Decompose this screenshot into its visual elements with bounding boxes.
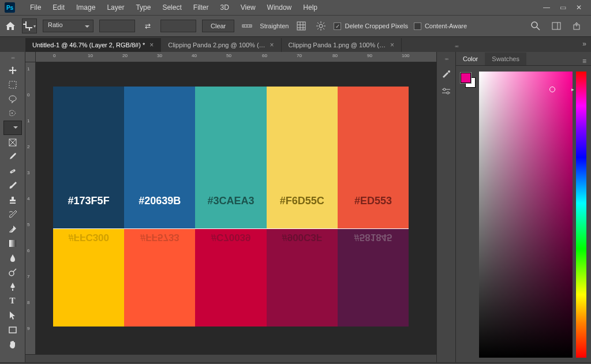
- workspace-icon[interactable]: [549, 19, 563, 33]
- content-aware-checkbox[interactable]: Content-Aware: [414, 22, 467, 30]
- menu-window[interactable]: Window: [263, 1, 297, 14]
- tab-close-icon[interactable]: ×: [390, 41, 394, 49]
- gradient-tool[interactable]: [5, 236, 21, 250]
- healing-tool[interactable]: [5, 164, 21, 178]
- crop-height-input[interactable]: [160, 20, 196, 32]
- hue-slider[interactable]: [576, 72, 586, 358]
- straighten-label: Straighten: [260, 22, 289, 29]
- eyedropper-tool[interactable]: [5, 149, 21, 164]
- quick-select-tool[interactable]: [5, 106, 21, 121]
- palette-swatch: #FFC300: [53, 229, 124, 327]
- move-tool[interactable]: [5, 63, 21, 77]
- svg-point-38: [447, 92, 449, 94]
- document-tab[interactable]: Clipping Panda 2.png @ 100% (…×: [161, 38, 281, 52]
- document-tab[interactable]: Clipping Panda 1.png @ 100% (…×: [282, 38, 402, 52]
- canvas-stage[interactable]: #173F5F#20639B#3CAEA3#F6D55C#ED553 #FFC3…: [36, 62, 436, 354]
- brush-tool[interactable]: [5, 178, 21, 193]
- svg-rect-4: [297, 22, 305, 30]
- svg-point-24: [12, 112, 13, 114]
- crop-options-button[interactable]: [314, 19, 328, 33]
- svg-rect-23: [9, 81, 16, 88]
- saturation-field[interactable]: [479, 72, 573, 358]
- palette-swatch: #ED553: [338, 87, 409, 228]
- overlay-grid-button[interactable]: [294, 19, 308, 33]
- adjustments-icon[interactable]: [440, 86, 452, 96]
- dodge-tool[interactable]: [5, 265, 21, 279]
- color-panel: Color Swatches ≡: [456, 52, 591, 362]
- menu-filter[interactable]: Filter: [189, 1, 214, 14]
- color-tab[interactable]: Color: [456, 52, 485, 65]
- svg-line-19: [537, 27, 540, 30]
- menu-layer[interactable]: Layer: [102, 1, 129, 14]
- brush-settings-icon[interactable]: [440, 69, 452, 79]
- palette-swatch: #F6D55C: [267, 87, 338, 228]
- crop-tool[interactable]: [3, 121, 22, 135]
- menu-select[interactable]: Select: [158, 1, 186, 14]
- hand-tool[interactable]: [5, 337, 21, 351]
- palette-swatch: #173F5F: [53, 87, 124, 228]
- menu-help[interactable]: Help: [298, 1, 322, 14]
- marquee-tool[interactable]: [5, 77, 21, 92]
- home-button[interactable]: [5, 20, 16, 32]
- menu-view[interactable]: View: [236, 1, 260, 14]
- menu-file[interactable]: File: [25, 1, 46, 14]
- main-menu: FileEditImageLayerTypeSelectFilter3DView…: [25, 1, 322, 14]
- document-tabs: Untitled-1 @ 46.7% (Layer 2, RGB/8#) *×C…: [0, 37, 591, 52]
- eraser-tool[interactable]: [5, 222, 21, 236]
- fg-bg-swatch[interactable]: [461, 73, 476, 88]
- type-tool[interactable]: T: [5, 294, 21, 308]
- crop-tool-indicator[interactable]: ▾: [22, 18, 37, 33]
- svg-point-18: [532, 22, 537, 28]
- vertical-ruler: 10123456789: [25, 62, 36, 354]
- swap-dimensions-button[interactable]: ⇄: [141, 19, 155, 33]
- menu-image[interactable]: Image: [72, 1, 100, 14]
- svg-line-16: [317, 28, 319, 29]
- collapsed-panels-strip: [436, 52, 456, 362]
- document-tab[interactable]: Untitled-1 @ 46.7% (Layer 2, RGB/8#) *×: [25, 38, 161, 52]
- menu-edit[interactable]: Edit: [48, 1, 69, 14]
- palette-swatch: #20639B: [124, 87, 195, 228]
- ratio-select[interactable]: Ratio: [43, 20, 93, 32]
- palette-swatch: #581845: [338, 229, 409, 327]
- frame-tool[interactable]: [5, 135, 21, 149]
- stamp-tool[interactable]: [5, 193, 21, 207]
- horizontal-scrollbar[interactable]: [25, 354, 436, 362]
- palette-swatch: #C70039: [195, 229, 266, 327]
- rectangle-tool[interactable]: [5, 322, 21, 337]
- history-brush-tool[interactable]: [5, 207, 21, 222]
- svg-line-15: [323, 28, 324, 29]
- svg-line-17: [323, 22, 324, 24]
- svg-line-32: [13, 269, 16, 272]
- maximize-button[interactable]: ▭: [555, 2, 570, 13]
- minimize-button[interactable]: ―: [539, 2, 554, 13]
- svg-rect-20: [552, 22, 560, 29]
- palette-swatch: #900C3F: [267, 229, 338, 327]
- menu-type[interactable]: Type: [131, 1, 155, 14]
- delete-cropped-checkbox[interactable]: Delete Cropped Pixels: [334, 22, 407, 30]
- close-button[interactable]: ✕: [571, 2, 586, 13]
- svg-rect-33: [9, 327, 16, 333]
- straighten-icon[interactable]: [240, 19, 254, 33]
- blur-tool[interactable]: [5, 250, 21, 265]
- app-logo: Ps: [5, 2, 15, 13]
- svg-point-9: [319, 24, 323, 28]
- svg-line-14: [317, 22, 319, 24]
- clear-button[interactable]: Clear: [202, 20, 234, 32]
- swatches-tab[interactable]: Swatches: [485, 52, 526, 65]
- search-icon[interactable]: [529, 19, 543, 33]
- pen-tool[interactable]: [5, 279, 21, 294]
- artboard: #173F5F#20639B#3CAEA3#F6D55C#ED553 #FFC3…: [53, 87, 409, 327]
- tab-close-icon[interactable]: ×: [270, 41, 274, 49]
- lasso-tool[interactable]: [5, 92, 21, 106]
- horizontal-ruler: 0102030405060708090100: [36, 52, 436, 62]
- crop-width-input[interactable]: [99, 20, 135, 32]
- panel-menu-icon[interactable]: ≡: [578, 57, 591, 65]
- share-icon[interactable]: [570, 19, 584, 33]
- menu-3d[interactable]: 3D: [215, 1, 233, 14]
- svg-point-34: [448, 70, 450, 73]
- tab-close-icon[interactable]: ×: [149, 41, 154, 49]
- tools-panel: T: [0, 52, 25, 362]
- svg-rect-30: [9, 240, 16, 247]
- path-select-tool[interactable]: [5, 308, 21, 322]
- svg-point-37: [443, 88, 446, 91]
